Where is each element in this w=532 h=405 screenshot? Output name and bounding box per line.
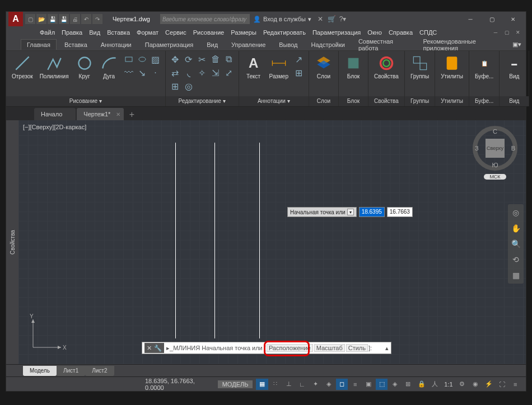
close-tab-icon[interactable]: ✕: [116, 111, 120, 117]
tab-start[interactable]: Начало: [34, 108, 76, 120]
drawing-canvas[interactable]: [−][Сверху][2D-каркас] Начальная точка и…: [18, 120, 526, 364]
steering-wheel-icon[interactable]: ◎: [510, 206, 522, 219]
mdi-restore-button[interactable]: ▢: [502, 29, 511, 36]
coordinates[interactable]: 18.6395, 16.7663, 0.0000: [145, 378, 214, 391]
tab-drawing[interactable]: Чертеж1*✕: [77, 108, 124, 120]
panel-title[interactable]: Аннотации ▾: [239, 96, 309, 106]
clipboard-button[interactable]: 📋Буфе...: [473, 53, 496, 81]
line-button[interactable]: Отрезок: [10, 53, 35, 81]
iso-icon[interactable]: ◈: [323, 379, 335, 390]
maximize-button[interactable]: ▢: [481, 12, 502, 26]
scale-ratio[interactable]: 1:1: [444, 381, 452, 388]
search-input[interactable]: Введите ключевое слово/фразу: [160, 14, 250, 24]
mirror-icon[interactable]: ⇄: [169, 67, 181, 79]
help-icon[interactable]: ?▾: [337, 13, 348, 25]
tab-collab[interactable]: Совместная работа: [353, 36, 416, 53]
tab-home[interactable]: Главная: [21, 39, 57, 50]
open-icon[interactable]: 📂: [36, 14, 46, 24]
groups-button[interactable]: Группы: [408, 53, 431, 81]
hatch-icon[interactable]: ▨: [150, 53, 162, 65]
ucs-icon[interactable]: XY: [27, 314, 67, 355]
lineweight-icon[interactable]: ≡: [349, 379, 361, 390]
chevron-up-icon[interactable]: ▴: [385, 345, 389, 352]
close-button[interactable]: ✕: [502, 12, 524, 26]
menu-insert[interactable]: Вставка: [107, 29, 130, 36]
polar-icon[interactable]: ✦: [309, 379, 321, 390]
showmotion-icon[interactable]: ▦: [510, 269, 522, 281]
table-icon[interactable]: ⊞: [293, 67, 305, 79]
erase-icon[interactable]: 🗑: [209, 53, 222, 65]
cycling-icon[interactable]: ⬚: [376, 379, 388, 390]
menu-help[interactable]: Справка: [389, 29, 413, 36]
utilities-button[interactable]: Утилиты: [438, 53, 465, 81]
layers-button[interactable]: Слои: [312, 53, 335, 81]
tab-manage[interactable]: Управление: [226, 40, 271, 50]
rectangle-icon[interactable]: [123, 53, 135, 65]
tab-insert[interactable]: Вставка: [59, 40, 93, 50]
layout-model[interactable]: Модель: [23, 366, 57, 376]
hwaccel-icon[interactable]: ⚡: [483, 379, 495, 390]
menu-format[interactable]: Формат: [137, 29, 158, 36]
stretch-icon[interactable]: ⇲: [209, 67, 222, 79]
text-button[interactable]: AТекст: [242, 53, 265, 81]
offset-icon[interactable]: ◎: [183, 80, 195, 92]
block-button[interactable]: Блок: [342, 53, 365, 81]
redo-icon[interactable]: ↷: [92, 14, 102, 24]
move-icon[interactable]: ✥: [169, 53, 181, 65]
menu-window[interactable]: Окно: [367, 29, 382, 36]
polyline-button[interactable]: Полилиния: [38, 53, 71, 81]
save-icon[interactable]: 💾: [48, 14, 58, 24]
app-logo[interactable]: A: [8, 12, 23, 26]
leader-icon[interactable]: ↗: [293, 53, 305, 65]
vc-face[interactable]: Сверху: [486, 139, 505, 158]
explode-icon[interactable]: ✧: [196, 67, 208, 79]
pan-icon[interactable]: ✋: [510, 222, 522, 234]
layout-sheet2[interactable]: Лист2: [85, 366, 114, 376]
point-icon[interactable]: ∙: [150, 67, 162, 79]
vc-wcs[interactable]: МСК: [484, 174, 506, 180]
dimension-button[interactable]: Размер: [267, 53, 291, 81]
properties-palette[interactable]: Свойства: [6, 120, 18, 364]
tab-featured[interactable]: Рекомендованные приложения: [418, 36, 510, 53]
zoom-icon[interactable]: 🔍: [510, 238, 522, 250]
viewcube[interactable]: С Ю В З Сверху МСК: [470, 126, 520, 199]
new-tab-button[interactable]: +: [125, 109, 138, 120]
snap-icon[interactable]: ∷: [269, 379, 282, 390]
ellipse-icon[interactable]: [136, 53, 148, 65]
chevron-down-icon[interactable]: ▾: [347, 209, 354, 215]
vc-west[interactable]: З: [475, 145, 479, 152]
infer-icon[interactable]: ⊥: [283, 379, 295, 390]
array-icon[interactable]: ⊞: [169, 80, 181, 92]
transparency-icon[interactable]: ▣: [362, 379, 375, 390]
minimize-button[interactable]: ─: [460, 12, 481, 26]
menu-parametric[interactable]: Параметризация: [312, 29, 361, 36]
menu-tools[interactable]: Сервис: [165, 29, 186, 36]
annoviz-icon[interactable]: 人: [429, 379, 441, 390]
ray-icon[interactable]: ↘: [136, 67, 148, 79]
tab-annotate[interactable]: Аннотации: [95, 40, 137, 50]
circle-button[interactable]: Круг: [73, 53, 96, 81]
model-toggle[interactable]: МОДЕЛЬ: [218, 380, 253, 388]
menu-modify[interactable]: Редактировать: [263, 29, 306, 36]
menu-dimension[interactable]: Размеры: [231, 29, 256, 36]
trim-icon[interactable]: ✂: [196, 53, 208, 65]
app-store-icon[interactable]: 🛒: [326, 13, 337, 25]
orbit-icon[interactable]: ⟲: [510, 253, 522, 266]
view-button[interactable]: ▬Вид: [503, 53, 525, 81]
vc-north[interactable]: С: [493, 128, 497, 135]
custom-icon[interactable]: ≡: [509, 379, 521, 390]
mdi-minimize-button[interactable]: ─: [491, 29, 500, 36]
cmd-opt-position[interactable]: Расположение: [267, 344, 313, 352]
isolate-icon[interactable]: ◉: [469, 379, 482, 390]
panel-toggle-icon[interactable]: ▣▾: [512, 41, 521, 48]
tab-output[interactable]: Вывод: [273, 40, 303, 50]
3dosnap-icon[interactable]: ◈: [389, 379, 401, 390]
menu-spds[interactable]: СПДС: [419, 29, 437, 36]
cmd-opt-scale[interactable]: Масштаб: [314, 344, 345, 352]
fillet-icon[interactable]: ◟: [183, 67, 195, 79]
arc-button[interactable]: Дуга: [98, 53, 120, 81]
menu-edit[interactable]: Правка: [62, 29, 82, 36]
panel-title[interactable]: Рисование ▾: [6, 96, 165, 106]
annoscale-icon[interactable]: 🔒: [416, 379, 428, 390]
menu-draw[interactable]: Рисование: [193, 29, 224, 36]
